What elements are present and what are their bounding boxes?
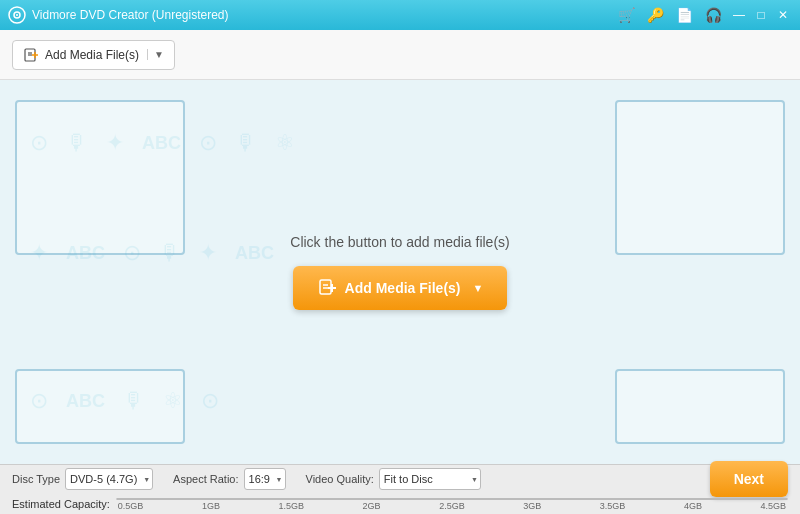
video-quality-select-wrap: Fit to Disc High Quality Standard Qualit… [379,468,481,490]
wm-atom2-icon: ⚛ [163,388,183,414]
wm-mic2-icon: 🎙 [235,130,257,156]
aspect-ratio-select-wrap: 16:9 4:3 [244,468,286,490]
video-quality-label: Video Quality: [306,473,374,485]
file-icon[interactable]: 📄 [672,5,697,25]
main-content: ⊙ 🎙 ✦ ABC ⊙ 🎙 ⚛ ✦ ABC ⊙ 🎙 ✦ ABC ⊙ ABC 🎙 … [0,80,800,464]
video-quality-field: Video Quality: Fit to Disc High Quality … [306,468,481,490]
tick-0.5gb: 0.5GB [118,501,144,511]
wm-disc-icon: ⊙ [30,130,48,156]
wm-disc2-icon: ⊙ [199,130,217,156]
add-media-btn-label: Add Media File(s) [45,48,139,62]
wm-mic-icon: 🎙 [66,130,88,156]
prompt-text: Click the button to add media file(s) [290,234,509,250]
cart-icon[interactable]: 🛒 [614,5,639,25]
film-panel-right [615,100,785,255]
tick-2.5gb: 2.5GB [439,501,465,511]
wm-disc3-icon: ⊙ [123,240,141,266]
watermark-row-bottom: ⊙ ABC 🎙 ⚛ ⊙ [30,388,219,414]
title-bar: Vidmore DVD Creator (Unregistered) 🛒 🔑 📄… [0,0,800,30]
tick-2gb: 2GB [363,501,381,511]
key-icon[interactable]: 🔑 [643,5,668,25]
watermark-row-top: ⊙ 🎙 ✦ ABC ⊙ 🎙 ⚛ [30,130,295,156]
aspect-ratio-field: Aspect Ratio: 16:9 4:3 [173,468,285,490]
big-btn-arrow-icon: ▼ [473,282,484,294]
estimated-capacity-label: Estimated Capacity: [12,498,110,510]
svg-point-2 [16,14,18,16]
disc-type-field: Disc Type DVD-5 (4.7G) DVD-9 (8.5G) Blu-… [12,468,153,490]
dropdown-arrow-icon: ▼ [147,49,164,60]
headset-icon[interactable]: 🎧 [701,5,726,25]
wm-atom-icon: ⚛ [275,130,295,156]
film-panel-bottom-right [615,369,785,444]
capacity-bar [116,498,788,500]
next-button[interactable]: Next [710,461,788,497]
center-prompt: Click the button to add media file(s) Ad… [290,234,509,310]
add-media-big-icon [317,278,337,298]
wm-star3-icon: ✦ [30,240,48,266]
capacity-bar-section: 0.5GB 1GB 1.5GB 2GB 2.5GB 3GB 3.5GB 4GB … [116,498,788,511]
title-bar-controls: 🛒 🔑 📄 🎧 — □ ✕ [614,5,792,25]
add-media-icon [23,47,39,63]
disc-type-select[interactable]: DVD-5 (4.7G) DVD-9 (8.5G) Blu-ray 25G Bl… [65,468,153,490]
app-title: Vidmore DVD Creator (Unregistered) [32,8,229,22]
wm-star4-icon: ✦ [199,240,217,266]
wm-disc5-icon: ⊙ [201,388,219,414]
wm-mic4-icon: 🎙 [123,388,145,414]
wm-abc3-icon: ABC [235,243,274,264]
title-bar-left: Vidmore DVD Creator (Unregistered) [8,6,229,24]
close-button[interactable]: ✕ [774,6,792,24]
watermark-row-mid: ✦ ABC ⊙ 🎙 ✦ ABC [30,240,274,266]
wm-abc-icon: ABC [142,133,181,154]
disc-type-label: Disc Type [12,473,60,485]
wm-abc4-icon: ABC [66,391,105,412]
tick-1gb: 1GB [202,501,220,511]
add-media-big-btn-label: Add Media File(s) [345,280,461,296]
toolbar: Add Media File(s) ▼ [0,30,800,80]
app-logo-icon [8,6,26,24]
tick-4.5gb: 4.5GB [760,501,786,511]
capacity-tick-labels: 0.5GB 1GB 1.5GB 2GB 2.5GB 3GB 3.5GB 4GB … [116,501,788,511]
minimize-button[interactable]: — [730,6,748,24]
wm-mic3-icon: 🎙 [159,240,181,266]
tick-3gb: 3GB [523,501,541,511]
footer-controls-row: Disc Type DVD-5 (4.7G) DVD-9 (8.5G) Blu-… [0,465,800,493]
film-panel-left [15,100,185,255]
wm-star-icon: ✦ [106,130,124,156]
video-quality-select[interactable]: Fit to Disc High Quality Standard Qualit… [379,468,481,490]
wm-disc4-icon: ⊙ [30,388,48,414]
disc-type-select-wrap: DVD-5 (4.7G) DVD-9 (8.5G) Blu-ray 25G Bl… [65,468,153,490]
add-media-big-button[interactable]: Add Media File(s) ▼ [293,266,508,310]
aspect-ratio-select[interactable]: 16:9 4:3 [244,468,286,490]
footer: Disc Type DVD-5 (4.7G) DVD-9 (8.5G) Blu-… [0,464,800,514]
aspect-ratio-label: Aspect Ratio: [173,473,238,485]
footer-capacity-row: Estimated Capacity: 0.5GB 1GB 1.5GB 2GB … [0,493,800,514]
tick-4gb: 4GB [684,501,702,511]
tick-3.5gb: 3.5GB [600,501,626,511]
tick-1.5gb: 1.5GB [278,501,304,511]
wm-abc2-icon: ABC [66,243,105,264]
maximize-button[interactable]: □ [752,6,770,24]
add-media-file-button[interactable]: Add Media File(s) ▼ [12,40,175,70]
